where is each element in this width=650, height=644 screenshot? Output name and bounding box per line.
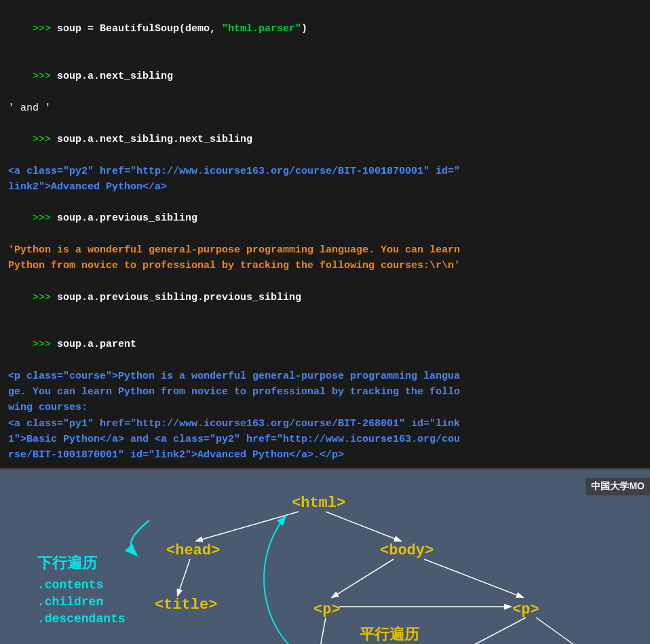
prompt: >>> bbox=[33, 212, 57, 224]
cmd: soup.a.parent bbox=[57, 339, 136, 350]
cmd: soup.a.next_sibling bbox=[57, 71, 173, 82]
cmd: soup.a.previous_sibling.previous_sibling bbox=[57, 292, 301, 303]
svg-line-0 bbox=[197, 512, 299, 541]
svg-line-6 bbox=[319, 618, 326, 644]
svg-line-4 bbox=[424, 559, 522, 597]
prompt: >>> bbox=[33, 339, 57, 350]
cmd: soup = BeautifulSoup(demo, "html.parser"… bbox=[57, 23, 307, 35]
contents-label: .contents bbox=[37, 578, 103, 592]
prompt: >>> bbox=[33, 71, 57, 82]
head-node: <head> bbox=[166, 542, 220, 559]
code-line-6: >>> soup.a.parent bbox=[8, 321, 642, 368]
cmd: soup.a.previous_sibling bbox=[57, 212, 197, 224]
string: "html.parser" bbox=[222, 23, 301, 35]
diagram-panel: 中国大学MO <html> <head> <body> <title> bbox=[0, 470, 650, 644]
code-line-4: >>> soup.a.previous_sibling bbox=[8, 195, 642, 242]
svg-line-8 bbox=[536, 618, 584, 644]
output-and: ' and ' bbox=[8, 100, 642, 116]
code-line-2: >>> soup.a.next_sibling bbox=[8, 53, 642, 100]
cmd: soup.a.next_sibling.next_sibling bbox=[57, 134, 252, 145]
code-panel: >>> soup = BeautifulSoup(demo, "html.par… bbox=[0, 0, 650, 470]
svg-line-1 bbox=[326, 512, 400, 541]
svg-line-3 bbox=[332, 559, 394, 597]
children-label: .children bbox=[37, 595, 103, 609]
prompt: >>> bbox=[33, 23, 57, 35]
body-node: <body> bbox=[380, 542, 434, 559]
code-line-3: >>> soup.a.next_sibling.next_sibling bbox=[8, 116, 642, 164]
output-next-sibling: <a class="py2" href="http://www.icourse1… bbox=[8, 164, 642, 195]
prompt: >>> bbox=[33, 134, 57, 145]
output-previous-sibling: 'Python is a wonderful general-purpose p… bbox=[8, 242, 642, 274]
title-node: <title> bbox=[155, 596, 217, 613]
code-line-5: >>> soup.a.previous_sibling.previous_sib… bbox=[8, 273, 642, 321]
code-line-1: >>> soup = BeautifulSoup(demo, "html.par… bbox=[8, 5, 642, 53]
tree-diagram: <html> <head> <body> <title> <p> <p> <b>… bbox=[0, 470, 650, 644]
parallel-label: 平行遍历 bbox=[360, 626, 420, 643]
svg-line-7 bbox=[461, 618, 526, 644]
html-node: <html> bbox=[292, 495, 345, 512]
svg-line-2 bbox=[178, 559, 190, 595]
p1-node: <p> bbox=[313, 601, 341, 618]
downward-label: 下行遍历 bbox=[37, 554, 98, 571]
prompt: >>> bbox=[33, 292, 57, 303]
p2-node: <p> bbox=[512, 601, 539, 618]
output-parent: <p class="course">Python is a wonderful … bbox=[8, 368, 642, 463]
descendants-label: .descendants bbox=[37, 612, 126, 626]
